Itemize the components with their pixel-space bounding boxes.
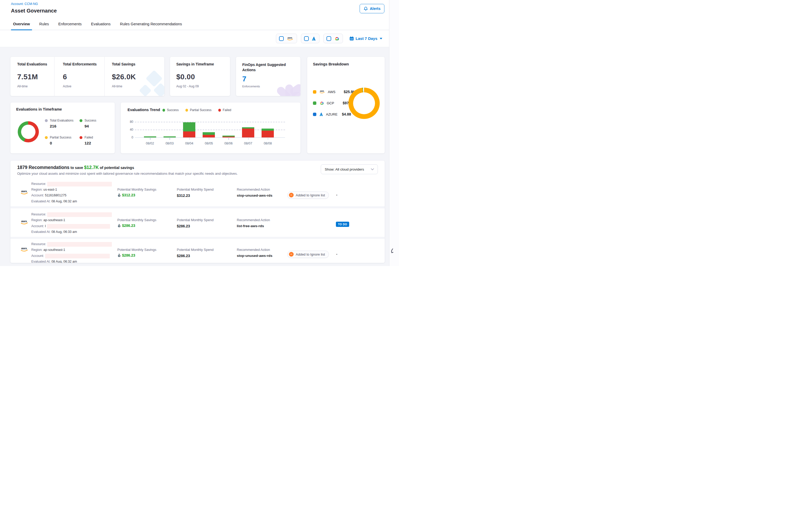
aws-logo-icon: aws: [20, 246, 29, 253]
recommendation-row[interactable]: aws Resource: Region: ap-southeast-1 Acc…: [11, 208, 385, 237]
added-to-ignore-list-pill[interactable]: − Added to Ignore list: [287, 251, 329, 258]
row-divider: [11, 206, 385, 208]
action-label: Recommended Action: [237, 188, 270, 191]
provider-name: AWS: [328, 90, 341, 94]
legend-item-aws: aws AWS $25.9K: [313, 89, 356, 95]
x-tick-label: 08/05: [201, 141, 217, 145]
page-header: Account: CCM-NG Asset Governance Alerts: [0, 0, 399, 18]
aws-swatch: [313, 90, 316, 94]
gcp-logo-icon: [319, 101, 324, 106]
bar-segment-failed: [203, 135, 215, 137]
provider-name: AZURE: [326, 112, 340, 116]
action-value: list-free-aws-rds: [237, 224, 264, 228]
spend-label: Potential Monthly Spend: [177, 218, 214, 222]
card-title: Savings in Timeframe: [176, 62, 230, 66]
tab-enforcements[interactable]: Enforcements: [58, 18, 82, 30]
x-tick-label: 08/03: [161, 141, 178, 145]
provider-name: GCP: [327, 101, 340, 105]
recommendation-row[interactable]: aws Resource: Region: us-east-1 Account:…: [11, 179, 385, 206]
gcp-logo-icon: [334, 36, 340, 41]
legend-value: 0: [50, 141, 79, 145]
azure-checkbox[interactable]: [304, 36, 309, 41]
calendar-icon: [349, 36, 354, 41]
recommendations-subtitle: Optimize your cloud assets and minimize …: [17, 172, 238, 175]
legend-label: Total Evaluations: [50, 119, 74, 122]
filter-provider-aws[interactable]: aws: [276, 34, 297, 43]
alerts-label: Alerts: [370, 6, 380, 11]
redacted-account: [45, 254, 110, 259]
provider-savings: $4.88: [342, 112, 351, 116]
money-bag-icon: $: [117, 193, 121, 197]
gcp-checkbox[interactable]: [326, 36, 331, 41]
x-tick-mark: [248, 138, 249, 140]
finops-agent-card: FinOps Agent Suggested Actions 7 Enforce…: [236, 57, 300, 96]
svg-text:aws: aws: [21, 246, 27, 250]
x-tick-label: 08/07: [240, 141, 256, 145]
tab-rules-generating-recommendations[interactable]: Rules Generating Recommendations: [120, 18, 182, 30]
donut-hole: [21, 125, 36, 139]
tab-overview[interactable]: Overview: [13, 18, 30, 30]
azure-logo-icon: [311, 36, 316, 41]
redacted-resource: [47, 242, 112, 247]
resource-line: Resource:: [31, 242, 112, 247]
stat-value: 6: [63, 73, 104, 81]
alerts-button[interactable]: Alerts: [360, 4, 384, 13]
dropdown-label: Show: All cloud providers: [325, 167, 364, 171]
stat-value: 7.51M: [17, 73, 54, 81]
legend-total-evaluations: Total Evaluations 216: [45, 119, 79, 128]
account-line: Account: I: [31, 224, 110, 229]
region-line: Region: us-east-1: [31, 188, 57, 191]
to-save-text: to save: [71, 166, 83, 170]
total-dot: [45, 119, 48, 122]
legend-failed: Failed 122: [79, 136, 110, 145]
account-breadcrumb[interactable]: Account: CCM-NG: [11, 2, 38, 6]
y-tick-label: 80: [126, 120, 133, 124]
bar-segment-failed: [242, 129, 254, 137]
aws-checkbox[interactable]: [279, 36, 284, 41]
svg-text:$: $: [119, 225, 120, 227]
account-value: I: [45, 224, 46, 228]
recommendations-header: 1879 Recommendations to save $12.7K of p…: [11, 160, 385, 179]
savings-breakdown-card: Savings Breakdown aws AWS $25.9K GCP $97…: [307, 57, 385, 153]
tab-bar: Overview Rules Enforcements Evaluations …: [0, 18, 399, 30]
x-tick-label: 08/04: [181, 141, 198, 145]
legend-value: 216: [50, 124, 79, 128]
spend-label: Potential Monthly Spend: [177, 248, 214, 252]
aws-logo-icon: aws: [20, 189, 29, 196]
filter-bar: aws: [0, 30, 399, 47]
svg-text:$: $: [119, 194, 120, 197]
savings-breakdown-donut-chart: [348, 88, 380, 119]
card-title: FinOps Agent Suggested Actions: [242, 62, 287, 73]
evaluated-line: Evaluated At: 08 Aug, 06:32 am: [31, 260, 77, 263]
stat-title: Total Evaluations: [17, 62, 54, 66]
date-range-selector[interactable]: Last 7 Days: [349, 36, 382, 41]
partial-dot: [45, 136, 48, 139]
evaluations-trend-bar-chart: 80 40 0 08/0208/0308/0408/0508/0608/0708…: [121, 102, 300, 153]
x-tick-mark: [209, 138, 209, 140]
filter-provider-gcp[interactable]: [323, 34, 343, 43]
card-title: Savings Breakdown: [313, 62, 385, 66]
bar-segment-success: [262, 129, 274, 131]
savings-value: $ $286.23: [117, 224, 135, 228]
svg-text:$: $: [119, 255, 120, 257]
region-value: ap-southeast-1: [43, 248, 65, 252]
svg-text:aws: aws: [21, 219, 27, 223]
savings-in-timeframe-card: Savings in Timeframe $0.00 Aug 02 - Aug …: [170, 57, 230, 96]
evaluations-donut-chart: [18, 121, 39, 142]
filter-provider-azure[interactable]: [301, 34, 320, 43]
stat-title: Total Savings: [112, 62, 164, 66]
bar-segment-success: [203, 132, 215, 135]
money-bag-icon: $: [117, 224, 121, 228]
tab-rules[interactable]: Rules: [39, 18, 49, 30]
action-label: Recommended Action: [237, 218, 270, 222]
evaluations-in-timeframe-card: Evaluations in Timeframe Total Evaluatio…: [11, 102, 115, 153]
spend-value: $286.23: [177, 224, 190, 228]
minus-icon: −: [289, 193, 293, 197]
cloud-provider-filter-dropdown[interactable]: Show: All cloud providers: [321, 164, 378, 174]
tab-evaluations[interactable]: Evaluations: [91, 18, 111, 30]
recommendation-row[interactable]: aws Resource: Region: ap-southeast-1 Acc…: [11, 239, 385, 263]
todo-status-badge[interactable]: TO DO: [336, 222, 349, 227]
redacted-account: [47, 224, 110, 229]
page-title: Asset Governance: [11, 8, 57, 14]
added-to-ignore-list-pill[interactable]: − Added to Ignore list: [287, 191, 329, 199]
